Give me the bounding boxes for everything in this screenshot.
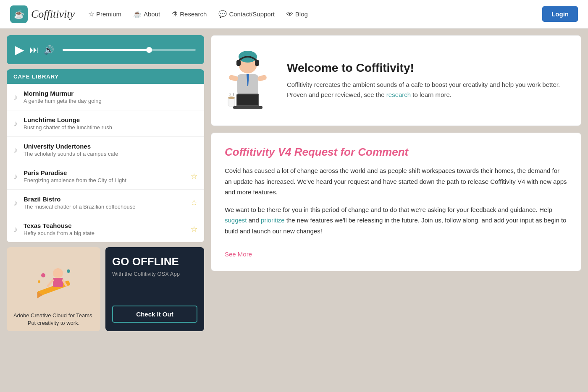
cafe-desc: Energizing ambience from the City of Lig… — [24, 177, 187, 183]
cafe-info: Texas Teahouse Hefty sounds from a big s… — [24, 222, 187, 236]
star-icon: ☆ — [88, 10, 94, 18]
prioritize-link[interactable]: prioritize — [261, 217, 285, 224]
cafe-item-texas-teahouse[interactable]: ♪ Texas Teahouse Hefty sounds from a big… — [7, 216, 204, 242]
cafe-item-morning-murmur[interactable]: ♪ Morning Murmur A gentle hum gets the d… — [7, 84, 204, 110]
music-note-icon: ♪ — [13, 172, 18, 181]
svg-line-4 — [48, 280, 53, 286]
cafe-info: Morning Murmur A gentle hum gets the day… — [24, 90, 197, 104]
bottom-left: Adobe Creative Cloud for Teams. Put crea… — [7, 247, 204, 331]
cafe-item-paris-paradise[interactable]: ♪ Paris Paradise Energizing ambience fro… — [7, 163, 204, 190]
svg-point-21 — [228, 97, 235, 99]
cafe-name: Paris Paradise — [24, 169, 187, 176]
player: ▶ ⏭ 🔊 — [7, 35, 204, 64]
cafe-info: Paris Paradise Energizing ambience from … — [24, 169, 187, 183]
welcome-title: Welcome to Coffitivity! — [287, 61, 567, 75]
v4-card: Coffitivity V4 Request for Comment Covid… — [211, 133, 581, 271]
music-note-icon: ♪ — [13, 119, 18, 128]
left-panel: ▶ ⏭ 🔊 CAFE LIBRARY ♪ Morning Murmur A ge… — [7, 35, 204, 331]
svg-point-7 — [67, 269, 70, 273]
cafe-desc: The musical chatter of a Brazilian coffe… — [24, 204, 187, 210]
main-nav: ☆ Premium ☕ About ⚗ Research 💬 Contact/S… — [88, 10, 542, 18]
suggest-link[interactable]: suggest — [225, 217, 247, 224]
cafe-info: University Undertones The scholarly soun… — [24, 143, 197, 157]
cafe-name: University Undertones — [24, 143, 197, 150]
music-note-icon: ♪ — [13, 145, 18, 155]
eye-icon: 👁 — [286, 10, 293, 18]
cafe-desc: The scholarly sounds of a campus cafe — [24, 151, 197, 157]
cafe-info: Lunchtime Lounge Busting chatter of the … — [24, 116, 197, 131]
nav-research[interactable]: ⚗ Research — [172, 10, 207, 18]
flask-icon: ⚗ — [172, 10, 178, 18]
cafe-name: Brazil Bistro — [24, 196, 187, 203]
logo-icon: ☕ — [10, 5, 28, 23]
header: ☕ Coffitivity ☆ Premium ☕ About ⚗ Resear… — [0, 0, 588, 29]
svg-rect-12 — [255, 60, 259, 66]
check-it-out-button[interactable]: Check It Out — [112, 306, 197, 323]
cafe-name: Morning Murmur — [24, 90, 197, 97]
premium-star-icon: ☆ — [191, 172, 197, 181]
ad-svg — [33, 263, 75, 301]
svg-rect-19 — [233, 106, 262, 109]
offline-panel: GO OFFLINE With the Coffitivity OSX App … — [105, 247, 204, 331]
nav-contact[interactable]: 💬 Contact/Support — [218, 10, 274, 18]
volume-icon: 🔊 — [44, 45, 54, 55]
welcome-body: Coffitivity recreates the ambient sounds… — [287, 80, 567, 100]
logo-text: Coffitivity — [31, 8, 75, 21]
svg-point-2 — [53, 268, 63, 278]
fast-forward-button[interactable]: ⏭ — [29, 44, 39, 55]
premium-star-icon: ☆ — [191, 198, 197, 207]
nav-blog[interactable]: 👁 Blog — [286, 10, 308, 18]
chat-icon: 💬 — [218, 10, 227, 18]
v4-para2: We want to be there for you in this peri… — [225, 204, 567, 237]
person-with-headphones-svg — [225, 48, 271, 111]
welcome-card: Welcome to Coffitivity! Coffitivity recr… — [211, 35, 581, 126]
cafe-item-lunchtime-lounge[interactable]: ♪ Lunchtime Lounge Busting chatter of th… — [7, 110, 204, 137]
coffee-icon: ☕ — [133, 10, 142, 18]
svg-point-6 — [41, 273, 45, 277]
ad-illustration — [11, 251, 96, 312]
cafe-desc: Busting chatter of the lunchtime rush — [24, 124, 197, 131]
progress-knob[interactable] — [146, 47, 152, 53]
v4-para1: Covid has caused a lot of change across … — [225, 165, 567, 198]
v4-title: Coffitivity V4 Request for Comment — [225, 146, 567, 159]
music-note-icon: ♪ — [13, 92, 18, 102]
cafe-desc: A gentle hum gets the day going — [24, 98, 197, 104]
cafe-library: CAFE LIBRARY ♪ Morning Murmur A gentle h… — [7, 69, 204, 242]
music-note-icon: ♪ — [13, 198, 18, 208]
premium-star-icon: ☆ — [191, 225, 197, 234]
nav-premium[interactable]: ☆ Premium — [88, 10, 121, 18]
research-link[interactable]: research — [386, 91, 411, 98]
cafe-item-university-undertones[interactable]: ♪ University Undertones The scholarly so… — [7, 137, 204, 163]
offline-subtitle: With the Coffitivity OSX App — [112, 270, 197, 278]
progress-fill — [63, 49, 149, 51]
svg-point-8 — [38, 280, 40, 283]
right-panel: Welcome to Coffitivity! Coffitivity recr… — [211, 35, 581, 331]
svg-rect-11 — [236, 60, 241, 66]
welcome-text: Welcome to Coffitivity! Coffitivity recr… — [287, 61, 567, 100]
cafe-name: Lunchtime Lounge — [24, 116, 197, 123]
music-note-icon: ♪ — [13, 225, 18, 234]
svg-rect-16 — [257, 74, 267, 81]
cafe-name: Texas Teahouse — [24, 222, 187, 229]
nav-about[interactable]: ☕ About — [133, 10, 160, 18]
svg-rect-15 — [228, 74, 239, 81]
svg-rect-18 — [237, 94, 258, 105]
login-button[interactable]: Login — [542, 6, 578, 22]
cafe-info: Brazil Bistro The musical chatter of a B… — [24, 196, 187, 210]
main-layout: ▶ ⏭ 🔊 CAFE LIBRARY ♪ Morning Murmur A ge… — [0, 29, 588, 338]
svg-rect-3 — [53, 278, 63, 287]
play-button[interactable]: ▶ — [15, 43, 24, 57]
logo-area: ☕ Coffitivity — [10, 5, 75, 23]
ad-panel: Adobe Creative Cloud for Teams. Put crea… — [7, 247, 100, 331]
welcome-illustration — [225, 48, 275, 113]
ad-text: Adobe Creative Cloud for Teams. Put crea… — [11, 312, 96, 327]
offline-title: GO OFFLINE — [112, 256, 197, 268]
cafe-desc: Hefty sounds from a big state — [24, 230, 187, 236]
see-more-link[interactable]: See More — [225, 251, 252, 258]
offline-content: GO OFFLINE With the Coffitivity OSX App — [112, 256, 197, 278]
cafe-library-header: CAFE LIBRARY — [7, 69, 204, 84]
progress-bar[interactable] — [63, 49, 196, 51]
cafe-item-brazil-bistro[interactable]: ♪ Brazil Bistro The musical chatter of a… — [7, 190, 204, 216]
